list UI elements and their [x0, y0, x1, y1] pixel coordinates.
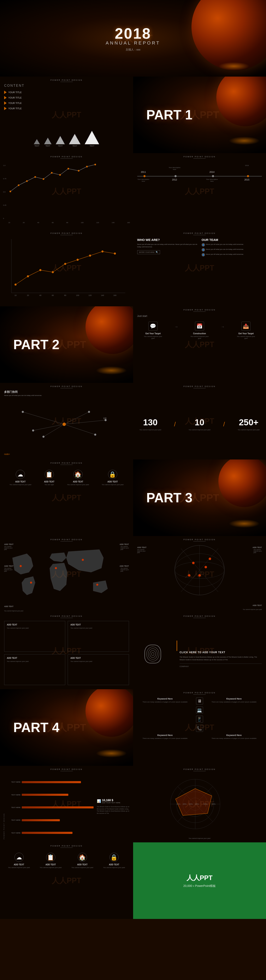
team-icon-3: 👤	[202, 253, 205, 256]
part4-title: PART 4	[13, 720, 59, 735]
stat-divider-1: /	[174, 421, 176, 428]
process-items: 💬 Get Your Target You cannot improve you…	[137, 321, 262, 339]
team-icon-2: 👤	[202, 248, 205, 251]
globe-label-3-title: ADD TEXT	[253, 605, 262, 606]
who-col: WHO WE ARE? Never put off what you can d…	[137, 238, 198, 256]
keyword-1: Keyword Here There are many variations o…	[136, 697, 194, 732]
arrow-icon-4	[4, 107, 6, 110]
bar-label-3: TEXT HERE	[9, 807, 21, 808]
svg-line-36	[64, 420, 105, 424]
slide-header-5l: POWER POINT DESIGN	[51, 385, 83, 388]
svg-line-33	[64, 412, 89, 424]
slide-row-7: POWER POINT DESIGN 人人PPT	[0, 536, 266, 612]
svg-point-49	[30, 582, 32, 584]
device-icons-col: 🖥 💻 📱 📞	[196, 697, 203, 732]
who-title: WHO WE ARE?	[137, 238, 198, 242]
box-1-title: ADD TEXT	[7, 624, 62, 626]
content-item-3: YOUR TITLE	[4, 102, 129, 105]
svg-line-35	[33, 424, 64, 431]
part4-planet	[86, 689, 133, 737]
box-4-title: ADD TEXT	[70, 657, 126, 659]
process-container: Just start 💬 Get Your Target You cannot …	[133, 306, 266, 344]
tablet-icon: 📱	[196, 716, 203, 723]
slide-header-2l: POWER POINT DESIGN	[51, 156, 83, 159]
slide-header-8l: POWER POINT DESIGN	[51, 615, 83, 618]
icon-sub-4: You cannot improve your past	[102, 484, 124, 486]
click-text: The Miracle Guide to Good Business follo…	[180, 656, 262, 661]
svg-point-5	[51, 172, 53, 173]
svg-point-15	[39, 269, 41, 271]
stat-2: 10 You cannot improve your past	[189, 417, 210, 431]
keyword-2: Keyword Here There are many variations o…	[205, 697, 263, 732]
process-text-2: You cannot improve your goal	[189, 336, 210, 339]
enter-btn[interactable]: ENTER YOUR MIND 🔍	[137, 250, 160, 254]
svg-line-31	[23, 412, 64, 424]
phone-icon: 📞	[196, 725, 203, 732]
keywords-grid: Keyword Here There are many variations o…	[133, 689, 266, 766]
svg-text:80: 80	[64, 294, 66, 296]
svg-text:160: 160	[113, 294, 116, 296]
keyword-2-title: Keyword Here	[205, 697, 263, 700]
add-home-icon: 🏠	[78, 853, 87, 862]
tri-label-1: TEXT	[35, 145, 39, 147]
svg-text:100: 100	[76, 294, 79, 296]
add-icon-3-sub: You cannot improve your past	[72, 866, 93, 869]
stat-label-1: You cannot improve your past	[139, 429, 161, 431]
add-icons-row: ☁ ADD TEXT You cannot improve your past …	[0, 842, 133, 919]
map-label-3-title: ADD TEXT	[4, 565, 13, 567]
stat-number-block: 10,168 $ ADD YOUR TEXT HERE	[102, 799, 121, 803]
stat-description: The Miracle Guide to Good Business follo…	[97, 806, 130, 815]
node-plus: node+	[4, 453, 10, 455]
svg-point-62	[148, 649, 157, 659]
icon-item-1: ☁ ADD TEXT You cannot improve your past	[10, 470, 32, 532]
slide-header-5r: POWER POINT DESIGN	[183, 385, 215, 388]
svg-point-6	[59, 174, 61, 176]
monitor-icon: 🖥	[196, 697, 203, 705]
svg-point-1	[18, 185, 19, 186]
team-icon-1: 👤	[202, 243, 205, 247]
slide-boxes: POWER POINT DESIGN 人人PPT ADD TEXT You ca…	[0, 612, 133, 689]
bar-fill-5	[22, 832, 72, 834]
icon-sub-3: You cannot improve your past	[67, 484, 89, 486]
stat-number-3: 250+	[238, 417, 260, 427]
svg-marker-73	[175, 789, 212, 815]
keyword-2-text: There are many variations of pages of Lo…	[205, 701, 263, 703]
svg-point-8	[78, 170, 80, 172]
svg-text:40%: 40%	[195, 803, 199, 805]
globe-label-1-title: ADD TEXT	[137, 546, 147, 549]
tri-label-5: TEXT	[90, 145, 94, 147]
bar-label-1: TEXT HERE	[9, 781, 21, 783]
process-item-2: 📅 Construction You cannot improve your g…	[189, 321, 210, 339]
svg-text:60: 60	[52, 294, 54, 296]
svg-text:120: 120	[88, 294, 91, 296]
slide-row-10: POWER POINT DESIGN 人人PPT POWER POINT DES…	[0, 766, 266, 842]
bar-row-1: TEXT HERE	[9, 781, 94, 783]
svg-point-3	[34, 176, 36, 178]
stat-row: 📊 10,168 $ ADD YOUR TEXT HERE	[97, 799, 130, 803]
slide-header-11l: POWER POINT DESIGN	[51, 845, 83, 848]
process-icon-2: 📅	[195, 321, 204, 331]
svg-line-34	[64, 424, 95, 434]
watermark-2r: 人人PPT	[185, 186, 214, 197]
process-item-3: 📤 Get Your Target You cannot improve you…	[236, 321, 256, 339]
node-sub: Never put off what you can do today unti…	[4, 395, 129, 396]
svg-text:40: 40	[39, 294, 41, 296]
arrow-icon-3	[4, 102, 6, 105]
svg-text:140: 140	[101, 294, 104, 296]
triangle-chart: TEXT TEXT TEXT TEXT TEXT	[4, 131, 129, 147]
timeline-dot-1	[143, 175, 145, 177]
slide-world-map: POWER POINT DESIGN 人人PPT	[0, 536, 133, 612]
svg-point-4	[43, 178, 44, 180]
part1-glow	[229, 137, 260, 145]
click-title: CLICK HERE TO ADD YOUR TEXT	[180, 651, 262, 654]
svg-point-47	[82, 559, 84, 561]
cover-year: 2018	[106, 25, 161, 42]
svg-point-0	[10, 191, 11, 192]
part1-planet	[216, 76, 266, 126]
slide-row-6: POWER POINT DESIGN 人人PPT ☁ ADD TEXT You …	[0, 460, 266, 536]
tri-5	[84, 131, 99, 144]
tri-label-3: TEXT	[58, 145, 63, 147]
timeline-line: 2011 Your description here 2012 Your des…	[137, 176, 262, 177]
svg-point-39	[43, 436, 45, 438]
svg-point-40	[88, 411, 90, 413]
